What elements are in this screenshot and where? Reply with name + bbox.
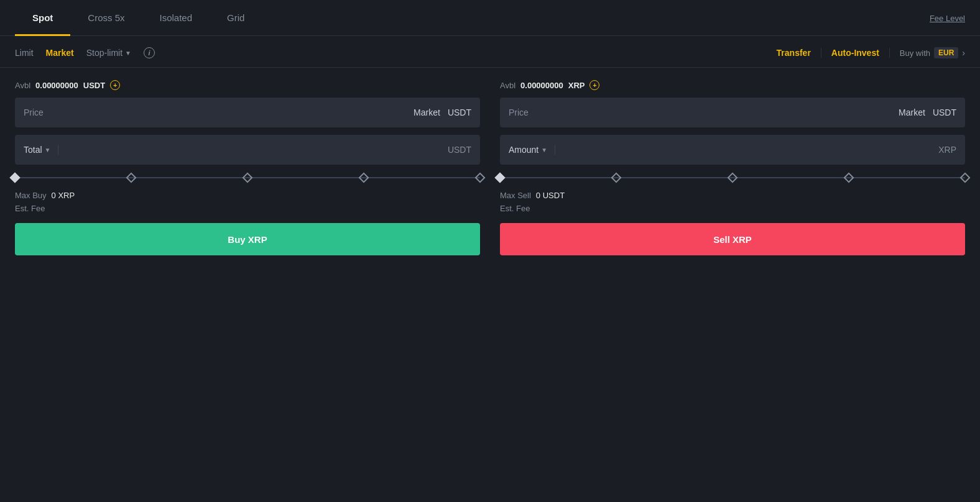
- sell-price-market: Market: [899, 107, 925, 117]
- trading-area: Avbl 0.00000000 USDT + Price Market USDT…: [0, 68, 980, 268]
- sell-price-currency: USDT: [933, 107, 956, 117]
- buy-avbl-label: Avbl: [15, 81, 30, 90]
- buy-avbl-row: Avbl 0.00000000 USDT +: [15, 80, 480, 90]
- buy-slider-track: [15, 177, 480, 178]
- order-type-market[interactable]: Market: [46, 48, 74, 58]
- buy-max-row: Max Buy 0 XRP: [15, 191, 480, 200]
- buy-with-label: Buy with: [900, 48, 930, 58]
- sell-amount-field[interactable]: Amount ▼ XRP: [500, 135, 965, 165]
- sell-price-field[interactable]: Price Market USDT: [500, 98, 965, 127]
- buy-fee-label: Est. Fee: [15, 204, 45, 213]
- buy-total-dropdown[interactable]: Total ▼: [24, 145, 58, 155]
- buy-total-chevron-icon: ▼: [45, 147, 51, 153]
- sell-amount-currency: XRP: [938, 145, 956, 155]
- buy-avbl-amount: 0.00000000: [35, 81, 78, 90]
- sell-fee-row: Est. Fee: [500, 204, 965, 213]
- sell-max-value: 0 USDT: [536, 191, 565, 200]
- sell-amount-dropdown[interactable]: Amount ▼: [509, 145, 555, 155]
- sell-max-row: Max Sell 0 USDT: [500, 191, 965, 200]
- buy-slider-dot-2[interactable]: [243, 173, 253, 183]
- buy-max-value: 0 XRP: [52, 191, 75, 200]
- sell-slider-dot-1[interactable]: [611, 173, 622, 183]
- sell-slider[interactable]: [500, 172, 965, 183]
- buy-price-right: Market USDT: [414, 107, 471, 117]
- tab-grid[interactable]: Grid: [210, 0, 262, 36]
- sell-button[interactable]: Sell XRP: [500, 223, 965, 255]
- buy-slider-dot-0[interactable]: [10, 173, 21, 183]
- sell-avbl-row: Avbl 0.00000000 XRP +: [500, 80, 965, 90]
- buy-add-funds-icon[interactable]: +: [110, 80, 120, 90]
- buy-total-label: Total: [24, 145, 42, 155]
- sell-amount-chevron-icon: ▼: [541, 147, 547, 153]
- sell-add-funds-icon[interactable]: +: [589, 80, 599, 90]
- buy-slider-dot-4[interactable]: [475, 173, 486, 183]
- buy-trade-info: Max Buy 0 XRP Est. Fee: [15, 191, 480, 213]
- buy-with-container[interactable]: Buy with EUR ›: [890, 47, 965, 58]
- stop-limit-chevron-icon: ▼: [125, 50, 131, 57]
- sell-slider-dot-3[interactable]: [844, 173, 854, 183]
- sell-slider-dot-2[interactable]: [728, 173, 738, 183]
- buy-total-field[interactable]: Total ▼ USDT: [15, 135, 480, 165]
- fee-level-link[interactable]: Fee Level: [930, 1, 965, 34]
- sell-max-label: Max Sell: [500, 191, 531, 200]
- buy-total-currency: USDT: [448, 145, 471, 155]
- order-type-limit[interactable]: Limit: [15, 48, 34, 58]
- sell-side: Avbl 0.00000000 XRP + Price Market USDT …: [500, 80, 965, 255]
- buy-price-label: Price: [24, 107, 44, 117]
- buy-slider-dot-3[interactable]: [359, 173, 369, 183]
- order-type-bar: Limit Market Stop-limit ▼ i Transfer Aut…: [0, 36, 980, 68]
- transfer-button[interactable]: Transfer: [777, 48, 821, 58]
- buy-side: Avbl 0.00000000 USDT + Price Market USDT…: [15, 80, 480, 255]
- sell-slider-track: [500, 177, 965, 178]
- buy-max-label: Max Buy: [15, 191, 47, 200]
- tab-cross5x[interactable]: Cross 5x: [70, 0, 142, 36]
- right-actions: Transfer Auto-Invest Buy with EUR ›: [777, 47, 965, 58]
- buy-price-market: Market: [414, 107, 440, 117]
- tabs-bar: Spot Cross 5x Isolated Grid Fee Level: [0, 0, 980, 36]
- sell-avbl-label: Avbl: [500, 81, 515, 90]
- buy-button[interactable]: Buy XRP: [15, 223, 480, 255]
- sell-avbl-currency: XRP: [568, 81, 585, 90]
- sell-trade-info: Max Sell 0 USDT Est. Fee: [500, 191, 965, 213]
- currency-badge: EUR: [934, 47, 958, 58]
- tab-spot[interactable]: Spot: [15, 0, 70, 36]
- order-type-stop-limit[interactable]: Stop-limit ▼: [86, 48, 131, 58]
- buy-with-chevron-icon: ›: [962, 48, 965, 58]
- buy-price-currency: USDT: [448, 107, 471, 117]
- buy-fee-row: Est. Fee: [15, 204, 480, 213]
- sell-price-right: Market USDT: [899, 107, 956, 117]
- sell-slider-dot-4[interactable]: [960, 173, 971, 183]
- sell-amount-label: Amount: [509, 145, 539, 155]
- sell-fee-label: Est. Fee: [500, 204, 530, 213]
- buy-avbl-currency: USDT: [83, 81, 105, 90]
- buy-slider[interactable]: [15, 172, 480, 183]
- info-icon[interactable]: i: [144, 47, 155, 58]
- auto-invest-button[interactable]: Auto-Invest: [821, 48, 890, 58]
- tab-isolated[interactable]: Isolated: [142, 0, 210, 36]
- buy-slider-dot-1[interactable]: [126, 173, 137, 183]
- sell-avbl-amount: 0.00000000: [520, 81, 563, 90]
- buy-price-field[interactable]: Price Market USDT: [15, 98, 480, 127]
- sell-price-label: Price: [509, 107, 529, 117]
- sell-slider-dot-0[interactable]: [495, 173, 506, 183]
